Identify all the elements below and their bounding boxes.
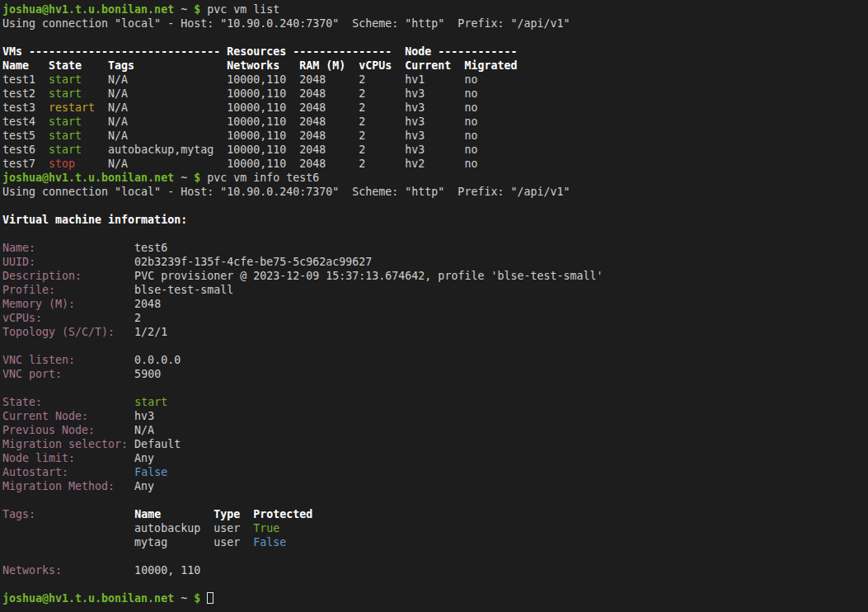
text-segment: start (49, 115, 82, 128)
text-segment: Default (128, 438, 181, 450)
text-segment: 02b3239f-135f-4cfe-be75-5c962ac99627 (35, 256, 372, 268)
info-memory: Memory (M): 2048 (2, 297, 868, 311)
text-segment: test5 (2, 129, 49, 142)
prompt-vm-list: joshua@hv1.t.u.bonilan.net ~ $ pvc vm li… (2, 2, 868, 16)
text-segment: start (49, 87, 82, 100)
text-segment: Autostart: (2, 466, 68, 478)
text-segment: Tags: (2, 508, 35, 520)
text-segment: Memory (M): (2, 298, 75, 310)
terminal-screen[interactable]: joshua@hv1.t.u.bonilan.net ~ $ pvc vm li… (0, 0, 868, 612)
vm-row-test3: test3 restart N/A 10000,110 2048 2 hv3 n… (2, 101, 868, 115)
text-segment: 10000, 110 (62, 564, 200, 577)
text-segment: $ (194, 3, 200, 16)
text-segment: VMs ----------------------------- Resour… (2, 45, 517, 58)
text-segment: N/A 10000,110 2048 2 hv3 no (82, 129, 477, 142)
vm-row-test6: test6 start autobackup,mytag 10000,110 2… (2, 143, 868, 157)
text-segment: test4 (2, 115, 49, 128)
text-segment: joshua@hv1.t.u.bonilan.net (2, 3, 174, 16)
vm-row-test7: test7 stop N/A 10000,110 2048 2 hv2 no (2, 157, 868, 171)
text-segment: N/A 10000,110 2048 2 hv2 no (75, 158, 477, 170)
text-segment: Migration Method: (2, 480, 115, 492)
blank-line (2, 549, 868, 563)
info-migration-selector: Migration selector: Default (2, 437, 868, 451)
blank-line (2, 227, 868, 241)
blank-line (2, 577, 868, 591)
text-segment: Topology (S/C/T): (2, 326, 115, 338)
text-segment: stop (49, 158, 75, 170)
blank-line (2, 31, 868, 45)
text-segment: 2 (42, 312, 141, 324)
text-segment: autobackup user (2, 522, 253, 534)
vm-row-test5: test5 start N/A 10000,110 2048 2 hv3 no (2, 129, 868, 143)
text-segment: start (49, 129, 82, 142)
text-segment: pvc vm info test6 (200, 172, 319, 184)
table-column-header: Name State Tags Networks RAM (M) vCPUs C… (2, 59, 868, 73)
text-segment: ~ (174, 172, 194, 184)
info-autostart: Autostart: False (2, 465, 868, 479)
text-segment: Current Node: (2, 410, 88, 422)
text-segment: joshua@hv1.t.u.bonilan.net (2, 172, 174, 184)
text-segment: test6 (2, 144, 49, 156)
text-segment: pvc vm list (200, 3, 279, 16)
text-segment (200, 592, 207, 605)
text-segment: Using connection "local" - Host: "10.90.… (2, 17, 570, 30)
text-segment: Name: (2, 242, 35, 254)
text-segment: Name Type Protected (134, 508, 312, 520)
text-segment: False (134, 466, 167, 478)
text-segment: VNC port: (2, 368, 62, 380)
text-segment: mytag user (2, 536, 253, 548)
info-topology: Topology (S/C/T): 1/2/1 (2, 325, 868, 339)
text-segment: Any (115, 480, 154, 492)
text-segment: Previous Node: (2, 424, 95, 436)
terminal-cursor (207, 592, 213, 604)
text-segment: ~ (174, 3, 194, 16)
blank-line (2, 199, 868, 213)
text-segment: Migration selector: (2, 438, 128, 450)
text-segment: Virtual machine information: (2, 214, 187, 226)
vm-row-test1: test1 start N/A 10000,110 2048 2 hv1 no (2, 73, 868, 87)
section-title: Virtual machine information: (2, 213, 868, 227)
info-vcpus: vCPUs: 2 (2, 311, 868, 325)
text-segment: Networks: (2, 564, 62, 577)
info-uuid: UUID: 02b3239f-135f-4cfe-be75-5c962ac996… (2, 255, 868, 269)
text-segment: PVC provisioner @ 2023-12-09 15:37:13.67… (82, 270, 603, 282)
info-name: Name: test6 (2, 241, 868, 255)
text-segment: Profile: (2, 284, 55, 296)
info-profile: Profile: blse-test-small (2, 283, 868, 297)
text-segment: False (253, 536, 286, 548)
vm-row-test2: test2 start N/A 10000,110 2048 2 hv3 no (2, 87, 868, 101)
text-segment: start (49, 73, 82, 86)
info-description: Description: PVC provisioner @ 2023-12-0… (2, 269, 868, 283)
text-segment: test7 (2, 158, 49, 170)
text-segment: start (134, 396, 167, 408)
text-segment: Any (75, 452, 154, 464)
text-segment: State: (2, 396, 42, 408)
text-segment: Node limit: (2, 452, 75, 464)
text-segment: 5900 (62, 368, 161, 380)
text-segment (68, 466, 134, 478)
text-segment: N/A (95, 424, 154, 436)
connection-info: Using connection "local" - Host: "10.90.… (2, 16, 868, 31)
info-current-node: Current Node: hv3 (2, 409, 868, 423)
text-segment: $ (194, 592, 200, 605)
text-segment: blse-test-small (55, 284, 233, 296)
connection-info: Using connection "local" - Host: "10.90.… (2, 185, 868, 199)
text-segment: restart (49, 101, 95, 114)
text-segment: start (49, 144, 82, 156)
text-segment: test3 (2, 101, 49, 114)
text-segment: 2048 (75, 298, 161, 310)
text-segment: test2 (2, 87, 49, 100)
text-segment: hv3 (88, 410, 154, 422)
info-state: State: start (2, 395, 868, 409)
text-segment (42, 396, 134, 408)
text-segment: autobackup,mytag 10000,110 2048 2 hv3 no (82, 144, 477, 156)
info-vnc-port: VNC port: 5900 (2, 367, 868, 381)
info-vnc-listen: VNC listen: 0.0.0.0 (2, 353, 868, 367)
prompt-current: joshua@hv1.t.u.bonilan.net ~ $ (2, 591, 868, 605)
vm-row-test4: test4 start N/A 10000,110 2048 2 hv3 no (2, 115, 868, 129)
blank-line (2, 493, 868, 507)
table-group-header: VMs ----------------------------- Resour… (2, 45, 868, 59)
info-node-limit: Node limit: Any (2, 451, 868, 465)
text-segment: Description: (2, 270, 82, 282)
tag-row-autobackup: autobackup user True (2, 521, 868, 535)
